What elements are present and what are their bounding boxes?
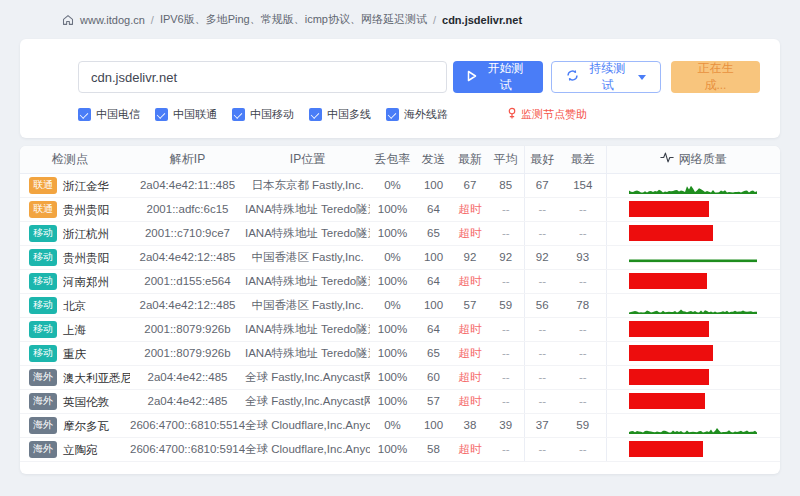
resolved-ip: 2001::d155:e564 <box>130 269 245 293</box>
carrier-badge: 联通 <box>29 177 57 194</box>
best-latency: -- <box>524 437 560 461</box>
host-input[interactable] <box>78 61 447 93</box>
worst-latency: -- <box>560 389 606 413</box>
node-city: 上海 <box>63 323 86 335</box>
sent-count: 100 <box>415 245 452 269</box>
resolved-ip: 2a04:4e42::485 <box>130 389 245 413</box>
continuous-test-button[interactable]: 持续测试 <box>551 61 661 93</box>
checkbox-checked-icon[interactable] <box>309 108 322 121</box>
worst-latency: -- <box>560 197 606 221</box>
line-filters: 中国电信 中国联通 中国移动 中国多线 海外线路 监测节点赞助 <box>78 107 760 122</box>
start-test-button[interactable]: 开始测试 <box>453 61 543 93</box>
ip-location: IANA特殊地址 Teredo隧道地址 <box>245 221 370 245</box>
network-quality-graph <box>606 269 780 293</box>
line-filter[interactable]: 中国多线 <box>309 107 371 122</box>
header-node: 检测点 <box>20 146 130 173</box>
table-row: 移动上海 2001::8079:926b IANA特殊地址 Teredo隧道地址… <box>20 317 780 341</box>
checkbox-checked-icon[interactable] <box>386 108 399 121</box>
worst-latency: 154 <box>560 173 606 197</box>
loss-rate: 100% <box>370 389 415 413</box>
breadcrumb-current: cdn.jsdelivr.net <box>442 14 522 26</box>
table-row: 移动浙江杭州 2001::c710:9ce7 IANA特殊地址 Teredo隧道… <box>20 221 780 245</box>
carrier-badge: 移动 <box>29 297 57 314</box>
test-panel: 开始测试 持续测试 正在生成... 中国电信 中国联通 中国移动 中国多线 海外… <box>20 39 780 138</box>
sent-count: 100 <box>415 173 452 197</box>
results-tbody: 联通浙江金华 2a04:4e42:11::485 日本东京都 Fastly,In… <box>20 173 780 461</box>
node-city: 贵州贵阳 <box>63 203 109 215</box>
best-latency: -- <box>524 197 560 221</box>
latest-latency: 57 <box>452 293 488 317</box>
avg-latency: -- <box>488 437 524 461</box>
ip-location: IANA特殊地址 Teredo隧道地址 <box>245 317 370 341</box>
checkbox-checked-icon[interactable] <box>232 108 245 121</box>
node-city: 重庆 <box>63 347 86 359</box>
best-latency: 92 <box>524 245 560 269</box>
loss-rate: 100% <box>370 341 415 365</box>
ip-location: 全球 Cloudflare,Inc.Anycast网段 <box>245 413 370 437</box>
sent-count: 65 <box>415 341 452 365</box>
sent-count: 64 <box>415 269 452 293</box>
latest-latency: 超时 <box>452 269 488 293</box>
ip-location: 全球 Cloudflare,Inc.Anycast网段 <box>245 437 370 461</box>
sent-count: 64 <box>415 197 452 221</box>
resolved-ip: 2a04:4e42:11::485 <box>130 173 245 197</box>
latest-latency: 超时 <box>452 197 488 221</box>
node-city: 浙江金华 <box>63 179 109 191</box>
sent-count: 57 <box>415 389 452 413</box>
node-city: 澳大利亚悉尼 <box>63 371 130 383</box>
carrier-badge: 移动 <box>29 321 57 338</box>
line-filter[interactable]: 中国联通 <box>155 107 217 122</box>
avg-latency: -- <box>488 197 524 221</box>
node-city: 北京 <box>63 299 86 311</box>
line-filter[interactable]: 中国电信 <box>78 107 140 122</box>
carrier-badge: 海外 <box>29 417 57 434</box>
checkbox-checked-icon[interactable] <box>78 108 91 121</box>
line-filter[interactable]: 海外线路 <box>386 107 448 122</box>
sponsor-link[interactable]: 监测节点赞助 <box>507 107 587 122</box>
best-latency: -- <box>524 341 560 365</box>
carrier-badge: 海外 <box>29 441 57 458</box>
latest-latency: 67 <box>452 173 488 197</box>
line-filter-label: 中国移动 <box>250 107 294 122</box>
latest-latency: 92 <box>452 245 488 269</box>
network-quality-graph <box>606 245 780 269</box>
best-latency: -- <box>524 365 560 389</box>
carrier-badge: 联通 <box>29 201 57 218</box>
sent-count: 64 <box>415 317 452 341</box>
results-table: 检测点 解析IP IP位置 丢包率 发送 最新 平均 最好 最差 网络质量 <box>20 146 780 474</box>
network-quality-graph <box>606 197 780 221</box>
sent-count: 100 <box>415 413 452 437</box>
avg-latency: 85 <box>488 173 524 197</box>
worst-latency: -- <box>560 317 606 341</box>
resolved-ip: 2606:4700::6810:5514 <box>130 413 245 437</box>
latest-latency: 超时 <box>452 437 488 461</box>
generating-button: 正在生成... <box>671 61 760 93</box>
carrier-badge: 海外 <box>29 369 57 386</box>
avg-latency: 39 <box>488 413 524 437</box>
ip-location: 全球 Fastly,Inc.Anycast网段 <box>245 389 370 413</box>
best-latency: -- <box>524 269 560 293</box>
latest-latency: 38 <box>452 413 488 437</box>
results-table-head: 检测点 解析IP IP位置 丢包率 发送 最新 平均 最好 最差 网络质量 <box>20 146 780 173</box>
best-latency: -- <box>524 221 560 245</box>
line-filter-label: 中国多线 <box>327 107 371 122</box>
header-best: 最好 <box>524 146 560 173</box>
breadcrumb-site[interactable]: www.itdog.cn <box>80 14 145 26</box>
line-filter[interactable]: 中国移动 <box>232 107 294 122</box>
worst-latency: 93 <box>560 245 606 269</box>
sent-count: 58 <box>415 437 452 461</box>
header-loss-rate: 丢包率 <box>370 146 415 173</box>
loop-icon <box>566 69 579 85</box>
node-city: 英国伦敦 <box>63 395 109 407</box>
table-row: 海外澳大利亚悉尼 2a04:4e42::485 全球 Fastly,Inc.An… <box>20 365 780 389</box>
avg-latency: 59 <box>488 293 524 317</box>
breadcrumb-separator: / <box>433 14 436 26</box>
header-ip-location: IP位置 <box>245 146 370 173</box>
resolved-ip: 2001::c710:9ce7 <box>130 221 245 245</box>
avg-latency: -- <box>488 317 524 341</box>
checkbox-checked-icon[interactable] <box>155 108 168 121</box>
resolved-ip: 2a04:4e42:12::485 <box>130 293 245 317</box>
table-row: 移动河南郑州 2001::d155:e564 IANA特殊地址 Teredo隧道… <box>20 269 780 293</box>
best-latency: -- <box>524 389 560 413</box>
play-icon <box>467 70 477 85</box>
